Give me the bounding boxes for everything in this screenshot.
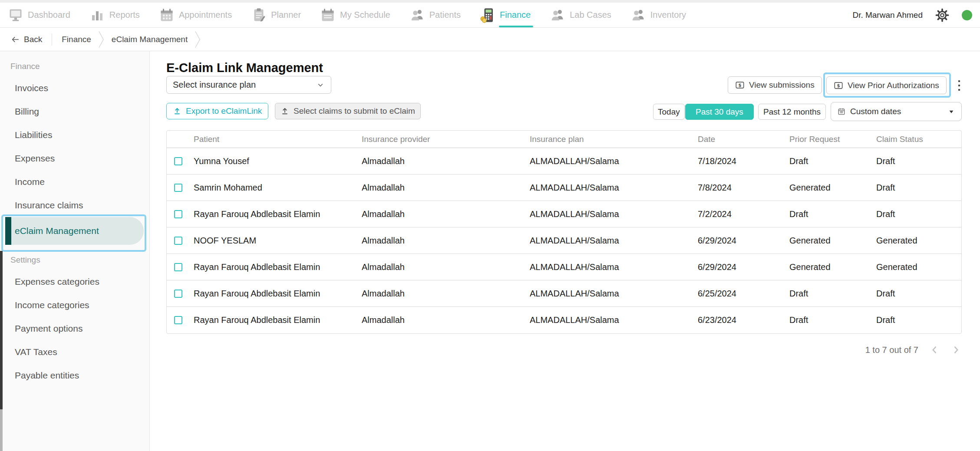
table-row[interactable]: Rayan Farouq Abdlebasit ElaminAlmadallah… bbox=[167, 307, 961, 333]
cell-insurance-plan: ALMADALLAH/Salama bbox=[530, 156, 698, 166]
cell-claim-status: Draft bbox=[876, 315, 961, 325]
custom-dates-label: Custom dates bbox=[850, 107, 901, 116]
column-header-insurance-provider: Insurance provider bbox=[362, 135, 530, 144]
sidebar-item-eclaim-management[interactable]: eClaim Management bbox=[5, 217, 144, 245]
nav-item-label: Planner bbox=[271, 10, 301, 20]
select-claims-to-submit-button[interactable]: Select claims to submit to eClaim bbox=[275, 103, 421, 119]
cell-date: 7/2/2024 bbox=[698, 209, 789, 219]
sidebar-item-payment-options[interactable]: Payment options bbox=[0, 317, 149, 340]
patients-icon bbox=[409, 7, 425, 23]
cell-claim-status: Generated bbox=[876, 236, 961, 246]
sidebar-item-payable-entities[interactable]: Payable entities bbox=[0, 364, 149, 387]
nav-item-reports[interactable]: Reports bbox=[89, 3, 140, 27]
sidebar-item-label: Expenses categories bbox=[15, 277, 99, 287]
nav-item-patients[interactable]: Patients bbox=[409, 3, 461, 27]
row-checkbox[interactable] bbox=[174, 263, 182, 271]
checkbox-cell bbox=[167, 290, 194, 298]
reports-icon bbox=[89, 7, 105, 23]
sidebar-item-income[interactable]: Income bbox=[0, 170, 149, 194]
sidebar-item-label: eClaim Management bbox=[15, 226, 99, 236]
checkbox-cell bbox=[167, 210, 194, 218]
export-to-eclaimlink-label: Export to eClaimLink bbox=[186, 106, 262, 116]
row-checkbox[interactable] bbox=[174, 290, 182, 298]
pagination-previous-icon[interactable] bbox=[929, 344, 940, 356]
table-row[interactable]: Rayan Farouq Abdlebasit ElaminAlmadallah… bbox=[167, 201, 961, 227]
sidebar-scrollbar-thumb[interactable] bbox=[0, 251, 3, 409]
nav-item-inventory[interactable]: Inventory bbox=[630, 3, 686, 27]
my-schedule-icon bbox=[320, 7, 336, 23]
nav-item-label: Lab Cases bbox=[570, 10, 611, 20]
nav-item-appointments[interactable]: Appointments bbox=[159, 3, 232, 27]
nav-item-finance[interactable]: Finance bbox=[480, 3, 531, 27]
table-row[interactable]: Samrin MohamedAlmadallahALMADALLAH/Salam… bbox=[167, 174, 961, 201]
nav-item-label: Patients bbox=[429, 10, 461, 20]
main-content: E-Claim Link Management Select insurance… bbox=[150, 51, 980, 451]
sidebar-item-label: Income bbox=[15, 177, 45, 187]
table-row[interactable]: Rayan Farouq Abdlebasit ElaminAlmadallah… bbox=[167, 254, 961, 280]
lab-cases-icon bbox=[550, 7, 565, 23]
nav-item-my-schedule[interactable]: My Schedule bbox=[320, 3, 390, 27]
cell-claim-status: Draft bbox=[876, 183, 961, 193]
row-checkbox[interactable] bbox=[174, 184, 182, 192]
breadcrumb-chevron-icon bbox=[98, 30, 105, 49]
caret-down-icon bbox=[947, 108, 955, 115]
breadcrumb-item[interactable]: eClaim Management bbox=[112, 35, 188, 44]
sidebar-item-expenses[interactable]: Expenses bbox=[0, 147, 149, 170]
sidebar-item-invoices[interactable]: Invoices bbox=[0, 76, 149, 100]
cell-insurance-provider: Almadallah bbox=[362, 156, 530, 166]
sidebar-item-label: Payment options bbox=[15, 323, 82, 334]
table-row[interactable]: Yumna YousefAlmadallahALMADALLAH/Salama7… bbox=[167, 148, 961, 174]
cell-insurance-provider: Almadallah bbox=[362, 262, 530, 272]
custom-dates-dropdown[interactable]: Custom dates bbox=[831, 102, 962, 121]
banknote-icon bbox=[735, 80, 745, 90]
filter-past-30-days-button[interactable]: Past 30 days bbox=[685, 104, 754, 120]
row-checkbox[interactable] bbox=[174, 316, 182, 324]
breadcrumb-item[interactable]: Finance bbox=[62, 35, 91, 44]
cell-date: 7/8/2024 bbox=[698, 183, 789, 193]
table-row[interactable]: Rayan Farouq Abdlebasit ElaminAlmadallah… bbox=[167, 280, 961, 307]
back-button[interactable]: Back bbox=[10, 35, 42, 44]
nav-item-lab-cases[interactable]: Lab Cases bbox=[550, 3, 611, 27]
sidebar-item-billing[interactable]: Billing bbox=[0, 100, 149, 123]
view-submissions-button[interactable]: View submissions bbox=[728, 76, 822, 94]
cell-insurance-plan: ALMADALLAH/Salama bbox=[530, 262, 698, 272]
cell-insurance-provider: Almadallah bbox=[362, 315, 530, 325]
export-to-eclaimlink-button[interactable]: Export to eClaimLink bbox=[166, 103, 268, 119]
insurance-plan-select[interactable]: Select insurance plan bbox=[166, 76, 331, 94]
filter-today-button[interactable]: Today bbox=[653, 104, 685, 120]
pagination-next-icon[interactable] bbox=[950, 344, 962, 356]
sidebar-item-income-categories[interactable]: Income categories bbox=[0, 293, 149, 317]
nav-item-label: My Schedule bbox=[340, 10, 390, 20]
nav-right: Dr. Marwan Ahmed bbox=[852, 8, 980, 23]
sidebar-item-label: Payable entities bbox=[15, 370, 79, 381]
sidebar-section-header: Settings bbox=[0, 245, 149, 270]
more-options-kebab-icon[interactable] bbox=[956, 78, 963, 93]
cell-patient: Rayan Farouq Abdlebasit Elamin bbox=[194, 289, 362, 299]
filter-past-12-months-button[interactable]: Past 12 months bbox=[758, 104, 826, 120]
cell-insurance-provider: Almadallah bbox=[362, 236, 530, 246]
chevron-down-icon bbox=[316, 81, 325, 89]
cell-prior-request: Generated bbox=[789, 183, 876, 193]
sidebar-item-insurance-claims[interactable]: Insurance claims bbox=[0, 194, 149, 217]
sidebar-item-liabilities[interactable]: Liabilities bbox=[0, 123, 149, 147]
table-row[interactable]: NOOF YESLAMAlmadallahALMADALLAH/Salama6/… bbox=[167, 227, 961, 254]
cell-patient: Rayan Farouq Abdlebasit Elamin bbox=[194, 315, 362, 325]
row-checkbox[interactable] bbox=[174, 237, 182, 245]
cell-insurance-plan: ALMADALLAH/Salama bbox=[530, 315, 698, 325]
nav-item-dashboard[interactable]: Dashboard bbox=[8, 3, 70, 27]
gear-icon[interactable] bbox=[935, 8, 950, 23]
row-checkbox[interactable] bbox=[174, 210, 182, 218]
checkbox-cell bbox=[167, 316, 194, 324]
sidebar-item-expenses-categories[interactable]: Expenses categories bbox=[0, 270, 149, 293]
cell-patient: Rayan Farouq Abdlebasit Elamin bbox=[194, 262, 362, 272]
cell-date: 6/29/2024 bbox=[698, 236, 789, 246]
sidebar-scrollbar-track bbox=[0, 409, 3, 451]
nav-item-planner[interactable]: Planner bbox=[251, 3, 301, 27]
row-checkbox[interactable] bbox=[174, 157, 182, 165]
cell-date: 6/25/2024 bbox=[698, 289, 789, 299]
inventory-icon bbox=[630, 7, 646, 23]
sidebar-item-vat-taxes[interactable]: VAT Taxes bbox=[0, 340, 149, 364]
nav-items: Dashboard Reports Appointments Planner M… bbox=[0, 3, 686, 27]
checkbox-cell bbox=[167, 263, 194, 271]
view-prior-authorizations-button[interactable]: View Prior Authorizations bbox=[826, 76, 947, 94]
